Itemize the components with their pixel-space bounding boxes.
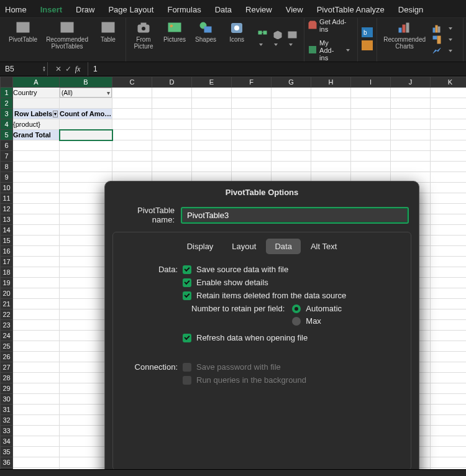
row-header[interactable]: 34 bbox=[1, 436, 13, 447]
cell[interactable] bbox=[272, 98, 311, 109]
col-header-A[interactable]: A bbox=[13, 77, 60, 88]
cell[interactable] bbox=[13, 383, 60, 394]
cell[interactable] bbox=[232, 109, 272, 119]
cell[interactable]: Row Labels▾ bbox=[13, 109, 60, 119]
dlg-tab-data[interactable]: Data bbox=[266, 239, 300, 254]
cell[interactable] bbox=[152, 151, 192, 162]
row-header[interactable]: 31 bbox=[1, 405, 13, 415]
cell[interactable] bbox=[13, 183, 60, 193]
cell[interactable] bbox=[431, 394, 467, 405]
row-header[interactable]: 28 bbox=[1, 373, 13, 383]
row-header[interactable]: 37 bbox=[1, 468, 13, 470]
line-chart-icon[interactable] bbox=[432, 47, 444, 55]
cell[interactable] bbox=[351, 119, 391, 130]
cell[interactable] bbox=[431, 88, 467, 98]
cell[interactable] bbox=[431, 447, 467, 457]
pivot-filter[interactable]: (All)▾ bbox=[60, 88, 112, 98]
cell[interactable] bbox=[391, 151, 431, 162]
cell[interactable] bbox=[192, 98, 232, 109]
cell[interactable] bbox=[351, 109, 391, 119]
cell[interactable] bbox=[60, 172, 112, 183]
row-header[interactable]: 11 bbox=[1, 193, 13, 204]
pivottable-name-input[interactable] bbox=[181, 207, 409, 224]
cell[interactable] bbox=[431, 320, 467, 331]
tab-home[interactable]: Home bbox=[5, 5, 27, 14]
cell[interactable] bbox=[192, 162, 232, 172]
cell[interactable] bbox=[13, 140, 60, 151]
row-header[interactable]: 26 bbox=[1, 352, 13, 362]
cell[interactable] bbox=[351, 130, 391, 140]
col-header-K[interactable]: K bbox=[431, 77, 467, 88]
dlg-tab-alttext[interactable]: Alt Text bbox=[302, 239, 345, 254]
name-box[interactable]: B5 ▲▼ bbox=[0, 62, 48, 76]
cell[interactable] bbox=[232, 162, 272, 172]
cell[interactable] bbox=[13, 457, 60, 468]
cell[interactable] bbox=[13, 299, 60, 309]
cell[interactable] bbox=[112, 88, 152, 98]
col-header-F[interactable]: F bbox=[232, 77, 272, 88]
cell[interactable] bbox=[13, 225, 60, 236]
cell[interactable] bbox=[431, 373, 467, 383]
cell[interactable] bbox=[192, 140, 232, 151]
ribbon-pictures[interactable]: Pictures bbox=[161, 20, 188, 60]
menu-tabs[interactable]: Home Insert Draw Page Layout Formulas Da… bbox=[0, 0, 466, 18]
cell[interactable]: Count of Amo… bbox=[60, 109, 112, 119]
fx-icon[interactable]: fx bbox=[75, 65, 81, 74]
tab-pivottable-analyze[interactable]: PivotTable Analyze bbox=[317, 5, 385, 14]
row-header[interactable]: 1 bbox=[1, 88, 13, 98]
radio-automatic[interactable]: Automatic bbox=[292, 304, 342, 313]
cell[interactable] bbox=[431, 436, 467, 447]
tab-review[interactable]: Review bbox=[245, 5, 272, 14]
cell[interactable] bbox=[60, 140, 112, 151]
cell[interactable] bbox=[112, 140, 152, 151]
col-header-D[interactable]: D bbox=[152, 77, 192, 88]
cell[interactable] bbox=[192, 130, 232, 140]
cell[interactable] bbox=[13, 309, 60, 320]
row-header[interactable]: 21 bbox=[1, 299, 13, 309]
row-header[interactable]: 36 bbox=[1, 457, 13, 468]
cell[interactable] bbox=[272, 151, 311, 162]
row-header[interactable]: 5 bbox=[1, 130, 13, 140]
cell[interactable] bbox=[13, 436, 60, 447]
cell[interactable] bbox=[152, 109, 192, 119]
screenshot-icon[interactable] bbox=[288, 30, 299, 39]
row-header[interactable]: 17 bbox=[1, 257, 13, 267]
cell[interactable] bbox=[431, 257, 467, 267]
cell[interactable] bbox=[431, 162, 467, 172]
cell[interactable] bbox=[431, 214, 467, 225]
cell[interactable] bbox=[272, 130, 311, 140]
cell[interactable] bbox=[431, 246, 467, 257]
row-header[interactable]: 27 bbox=[1, 362, 13, 373]
cell[interactable] bbox=[60, 151, 112, 162]
tab-formulas[interactable]: Formulas bbox=[167, 5, 201, 14]
cell[interactable] bbox=[112, 130, 152, 140]
cell[interactable] bbox=[311, 140, 351, 151]
cell[interactable] bbox=[431, 193, 467, 204]
dlg-tab-layout[interactable]: Layout bbox=[223, 239, 265, 254]
cell[interactable] bbox=[431, 140, 467, 151]
ribbon-my-addins[interactable]: My Add-ins bbox=[308, 39, 350, 62]
row-header[interactable]: 23 bbox=[1, 320, 13, 331]
smartart-icon[interactable] bbox=[258, 30, 269, 39]
cancel-formula-icon[interactable]: ✕ bbox=[55, 65, 62, 74]
bing-maps-icon[interactable]: b bbox=[362, 27, 373, 39]
row-header[interactable]: 16 bbox=[1, 246, 13, 257]
cell[interactable] bbox=[152, 98, 192, 109]
cell[interactable] bbox=[431, 341, 467, 352]
cell[interactable] bbox=[112, 151, 152, 162]
hierarchy-chart-icon[interactable] bbox=[432, 35, 444, 44]
cell[interactable] bbox=[391, 109, 431, 119]
cell[interactable] bbox=[152, 88, 192, 98]
cell[interactable] bbox=[391, 162, 431, 172]
cell[interactable] bbox=[431, 415, 467, 426]
tab-data[interactable]: Data bbox=[215, 5, 232, 14]
col-header-G[interactable]: G bbox=[272, 77, 311, 88]
cell[interactable] bbox=[13, 236, 60, 246]
cell[interactable]: Grand Total bbox=[13, 130, 60, 140]
row-header[interactable]: 2 bbox=[1, 98, 13, 109]
cell[interactable] bbox=[13, 341, 60, 352]
cell[interactable] bbox=[272, 119, 311, 130]
cell[interactable] bbox=[152, 119, 192, 130]
cell[interactable] bbox=[431, 151, 467, 162]
cell[interactable] bbox=[112, 98, 152, 109]
